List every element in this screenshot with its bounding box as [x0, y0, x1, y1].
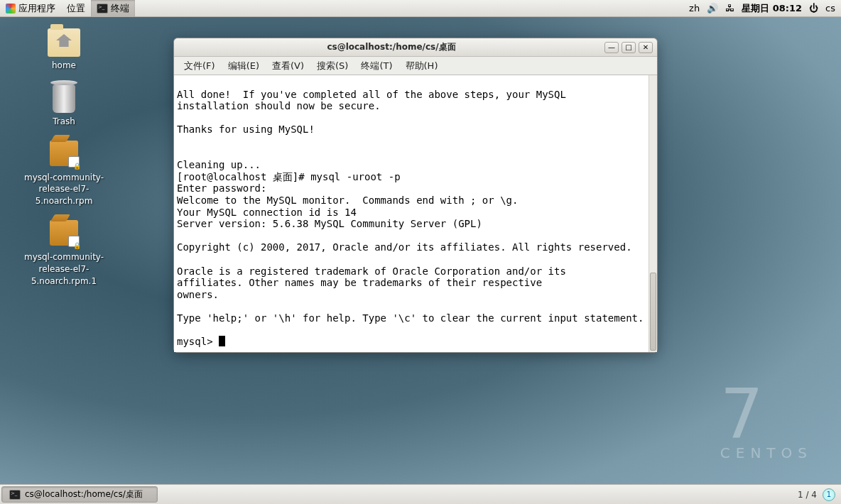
trash-label: Trash: [53, 116, 75, 128]
terminal-line: Type 'help;' or '\h' for help. Type '\c'…: [177, 312, 654, 324]
network-icon[interactable]: 🖧: [725, 3, 734, 13]
terminal-window: cs@localhost:/home/cs/桌面 — □ ✕ 文件(F) 编辑(…: [173, 38, 658, 353]
desktop-icons: home Trash 🔒 mysql-community-release-el7…: [14, 28, 114, 287]
home-label: home: [52, 60, 76, 72]
clock[interactable]: 星期日 08:12: [742, 2, 802, 15]
lock-icon: 🔒: [73, 163, 81, 170]
terminal-line: owners.: [177, 289, 654, 301]
terminal-line: Your MySQL connection id is 14: [177, 207, 654, 219]
maximize-button[interactable]: □: [622, 42, 636, 53]
terminal-line: [177, 136, 654, 148]
terminal-line: [177, 300, 654, 312]
desktop-icon-trash[interactable]: Trash: [14, 84, 114, 128]
panel-right: zh 🔊 🖧 星期日 08:12 ⏻ cs: [689, 2, 841, 15]
task-label: cs@localhost:/home/cs/桌面: [25, 488, 143, 500]
terminal-line: [177, 253, 654, 265]
terminal-body[interactable]: All done! If you've completed all of the…: [174, 75, 657, 352]
desktop-icon-pkg2[interactable]: 🔒 mysql-community-release-el7-5.noarch.r…: [14, 220, 114, 287]
scrollbar-thumb[interactable]: [650, 273, 656, 351]
menu-search[interactable]: 搜索(S): [311, 57, 354, 75]
poweroff-icon[interactable]: ⏻: [809, 3, 818, 13]
menu-file[interactable]: 文件(F): [178, 57, 221, 75]
package-icon: 🔒: [48, 220, 80, 248]
window-title: cs@localhost:/home/cs/桌面: [178, 41, 604, 53]
terminal-cursor: [219, 336, 225, 346]
active-app-label: 终端: [111, 2, 129, 15]
trash-icon: [53, 84, 75, 113]
close-button[interactable]: ✕: [639, 42, 653, 53]
places-label: 位置: [67, 2, 85, 15]
terminal-line: Enter password:: [177, 182, 654, 195]
terminal-line: Oracle is a registered trademark of Orac…: [177, 265, 654, 278]
active-app-indicator[interactable]: 终端: [91, 0, 135, 17]
lock-icon: 🔒: [73, 242, 81, 249]
terminal-icon: [9, 490, 21, 500]
terminal-line: [root@localhost 桌面]# mysql -uroot -p: [177, 171, 654, 183]
centos-brand: 7 CENTOS: [720, 387, 813, 461]
gnome-foot-icon: [6, 4, 16, 13]
workspace-switcher: 1 / 4 1: [792, 488, 841, 501]
menu-help[interactable]: 帮助(H): [400, 57, 444, 75]
desktop-icon-pkg1[interactable]: 🔒 mysql-community-release-el7-5.noarch.r…: [14, 141, 114, 207]
menu-terminal[interactable]: 终端(T): [355, 57, 398, 75]
workspace-count: 1 / 4: [798, 490, 817, 500]
terminal-line: Thanks for using MySQL!: [177, 124, 654, 136]
terminal-scrollbar[interactable]: [649, 75, 657, 352]
workspace-pager[interactable]: 1: [823, 488, 835, 501]
pkg1-label: mysql-community-release-el7-5.noarch.rpm: [14, 172, 114, 207]
pkg2-label: mysql-community-release-el7-5.noarch.rpm…: [14, 251, 114, 287]
terminal-line: Cleaning up...: [177, 159, 654, 171]
taskbar-button-terminal[interactable]: cs@localhost:/home/cs/桌面: [1, 486, 158, 503]
centos-version: 7: [720, 387, 813, 442]
bottom-panel: cs@localhost:/home/cs/桌面 1 / 4 1: [0, 484, 841, 504]
terminal-line: Server version: 5.6.38 MySQL Community S…: [177, 218, 654, 230]
terminal-line: mysql>: [177, 336, 654, 348]
home-folder-icon: [48, 28, 80, 57]
window-controls: — □ ✕: [604, 42, 653, 53]
places-menu[interactable]: 位置: [61, 0, 91, 17]
terminal-line: [177, 77, 654, 89]
ime-indicator[interactable]: zh: [689, 3, 700, 13]
terminal-icon: [97, 4, 108, 13]
centos-name: CENTOS: [720, 444, 813, 461]
volume-icon[interactable]: 🔊: [707, 3, 718, 13]
minimize-button[interactable]: —: [604, 42, 619, 53]
terminal-line: [177, 148, 654, 160]
package-icon: 🔒: [48, 141, 80, 169]
terminal-line: affiliates. Other names may be trademark…: [177, 277, 654, 289]
applications-menu[interactable]: 应用程序: [0, 0, 61, 17]
terminal-line: installation should now be secure.: [177, 100, 654, 112]
user-menu[interactable]: cs: [825, 3, 835, 13]
terminal-line: [177, 230, 654, 242]
desktop-icon-home[interactable]: home: [14, 28, 114, 72]
terminal-line: [177, 324, 654, 336]
terminal-line: [177, 112, 654, 124]
terminal-line: Welcome to the MySQL monitor. Commands e…: [177, 195, 654, 207]
panel-left: 应用程序 位置 终端: [0, 0, 135, 17]
window-titlebar[interactable]: cs@localhost:/home/cs/桌面 — □ ✕: [174, 38, 657, 57]
menu-edit[interactable]: 编辑(E): [222, 57, 265, 75]
terminal-line: All done! If you've completed all of the…: [177, 89, 654, 101]
terminal-menubar: 文件(F) 编辑(E) 查看(V) 搜索(S) 终端(T) 帮助(H): [174, 57, 657, 75]
menu-view[interactable]: 查看(V): [266, 57, 310, 75]
terminal-line: Copyright (c) 2000, 2017, Oracle and/or …: [177, 241, 654, 253]
top-panel: 应用程序 位置 终端 zh 🔊 🖧 星期日 08:12 ⏻ cs: [0, 0, 841, 17]
applications-label: 应用程序: [18, 2, 55, 15]
